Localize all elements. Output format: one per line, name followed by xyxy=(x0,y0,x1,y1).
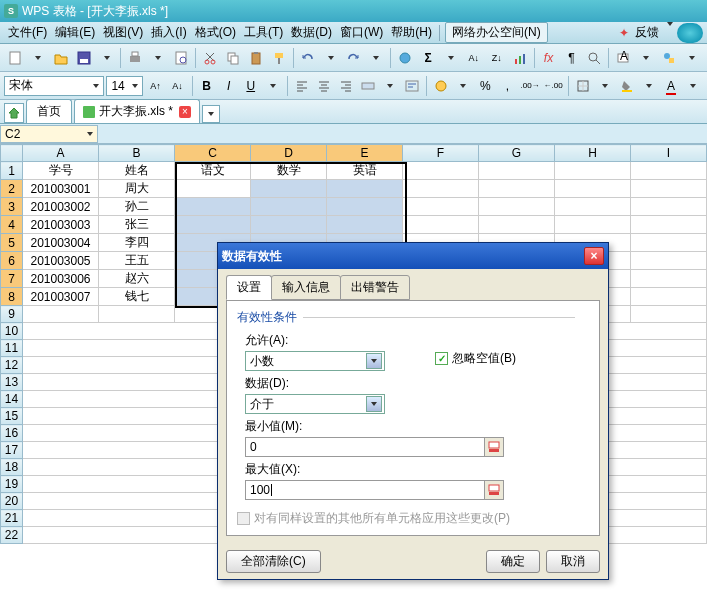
row-header[interactable]: 15 xyxy=(1,408,23,425)
menu-edit[interactable]: 编辑(E) xyxy=(51,24,99,41)
menu-data[interactable]: 数据(D) xyxy=(287,24,336,41)
undo-button[interactable] xyxy=(297,47,319,69)
align-left-button[interactable] xyxy=(292,75,312,97)
save-button[interactable] xyxy=(73,47,95,69)
cell[interactable] xyxy=(555,162,631,180)
cell[interactable]: 姓名 xyxy=(99,162,175,180)
merge-center-button[interactable] xyxy=(358,75,378,97)
row-header[interactable]: 13 xyxy=(1,374,23,391)
cell[interactable] xyxy=(555,198,631,216)
row-header[interactable]: 9 xyxy=(1,306,23,323)
cell[interactable]: 201003002 xyxy=(23,198,99,216)
cell[interactable]: 201003004 xyxy=(23,234,99,252)
menu-help[interactable]: 帮助(H) xyxy=(387,24,436,41)
undo-dropdown[interactable] xyxy=(320,47,342,69)
new-dropdown[interactable] xyxy=(27,47,49,69)
tab-error-alert[interactable]: 出错警告 xyxy=(340,275,410,300)
textbox-dropdown[interactable] xyxy=(635,47,657,69)
range-picker-button[interactable] xyxy=(484,480,504,500)
cell[interactable] xyxy=(403,180,479,198)
cell[interactable] xyxy=(631,180,707,198)
row-header[interactable]: 3 xyxy=(1,198,23,216)
menu-file[interactable]: 文件(F) xyxy=(4,24,51,41)
col-header[interactable]: F xyxy=(403,145,479,162)
row-header[interactable]: 2 xyxy=(1,180,23,198)
dialog-title-bar[interactable]: 数据有效性 × xyxy=(218,243,608,269)
row-header[interactable]: 16 xyxy=(1,425,23,442)
cell[interactable]: 赵六 xyxy=(99,270,175,288)
help-orb-icon[interactable] xyxy=(677,23,703,43)
textbox-button[interactable]: A xyxy=(612,47,634,69)
cell[interactable] xyxy=(403,198,479,216)
print-preview-button[interactable] xyxy=(170,47,192,69)
cell[interactable] xyxy=(251,180,327,198)
row-header[interactable]: 14 xyxy=(1,391,23,408)
row-header[interactable]: 19 xyxy=(1,476,23,493)
tab-list-button[interactable] xyxy=(202,105,220,123)
font-color-dropdown[interactable] xyxy=(683,75,703,97)
cell[interactable] xyxy=(631,252,707,270)
cell[interactable] xyxy=(631,198,707,216)
cell[interactable]: 201003007 xyxy=(23,288,99,306)
copy-button[interactable] xyxy=(222,47,244,69)
col-header[interactable]: A xyxy=(23,145,99,162)
currency-dropdown[interactable] xyxy=(453,75,473,97)
row-header[interactable]: 18 xyxy=(1,459,23,476)
symbol-button[interactable]: ¶ xyxy=(560,47,582,69)
allow-select[interactable]: 小数 xyxy=(245,351,385,371)
formula-button[interactable]: fx xyxy=(538,47,560,69)
cell[interactable]: 周大 xyxy=(99,180,175,198)
hyperlink-button[interactable] xyxy=(394,47,416,69)
tab-close-button[interactable]: × xyxy=(179,106,191,118)
cell[interactable]: 英语 xyxy=(327,162,403,180)
open-button[interactable] xyxy=(50,47,72,69)
cell[interactable]: 数学 xyxy=(251,162,327,180)
home-tab-icon[interactable] xyxy=(4,103,24,123)
cell[interactable] xyxy=(555,216,631,234)
redo-button[interactable] xyxy=(342,47,364,69)
cell[interactable] xyxy=(403,216,479,234)
tab-input-message[interactable]: 输入信息 xyxy=(271,275,341,300)
ok-button[interactable]: 确定 xyxy=(486,550,540,573)
borders-button[interactable] xyxy=(573,75,593,97)
menu-format[interactable]: 格式(O) xyxy=(191,24,240,41)
new-button[interactable] xyxy=(4,47,26,69)
col-header[interactable]: B xyxy=(99,145,175,162)
cell[interactable]: 201003003 xyxy=(23,216,99,234)
cell[interactable]: 李四 xyxy=(99,234,175,252)
cell[interactable] xyxy=(631,162,707,180)
redo-dropdown[interactable] xyxy=(365,47,387,69)
dialog-close-button[interactable]: × xyxy=(584,247,604,265)
underline-dropdown[interactable] xyxy=(263,75,283,97)
cell[interactable] xyxy=(327,198,403,216)
cell[interactable] xyxy=(479,198,555,216)
cell[interactable] xyxy=(631,234,707,252)
select-all-corner[interactable] xyxy=(1,145,23,162)
cell[interactable] xyxy=(251,198,327,216)
font-shrink-button[interactable]: A↓ xyxy=(168,75,188,97)
row-header[interactable]: 11 xyxy=(1,340,23,357)
chart-button[interactable] xyxy=(509,47,531,69)
fill-color-dropdown[interactable] xyxy=(639,75,659,97)
cell[interactable] xyxy=(631,216,707,234)
cell[interactable] xyxy=(479,216,555,234)
row-header[interactable]: 6 xyxy=(1,252,23,270)
cell[interactable] xyxy=(479,180,555,198)
comma-button[interactable]: , xyxy=(497,75,517,97)
home-tab[interactable]: 首页 xyxy=(26,99,72,123)
find-button[interactable] xyxy=(583,47,605,69)
cell[interactable]: 孙二 xyxy=(99,198,175,216)
cell[interactable]: 学号 xyxy=(23,162,99,180)
row-header[interactable]: 5 xyxy=(1,234,23,252)
italic-button[interactable]: I xyxy=(219,75,239,97)
underline-button[interactable]: U xyxy=(241,75,261,97)
row-header[interactable]: 17 xyxy=(1,442,23,459)
col-header[interactable]: D xyxy=(251,145,327,162)
sort-asc-button[interactable]: A↓ xyxy=(463,47,485,69)
autosum-button[interactable]: Σ xyxy=(417,47,439,69)
menu-feedback[interactable]: 反馈 xyxy=(631,24,663,41)
fill-color-button[interactable] xyxy=(617,75,637,97)
shapes-button[interactable] xyxy=(658,47,680,69)
cell[interactable] xyxy=(327,216,403,234)
data-select[interactable]: 介于 xyxy=(245,394,385,414)
